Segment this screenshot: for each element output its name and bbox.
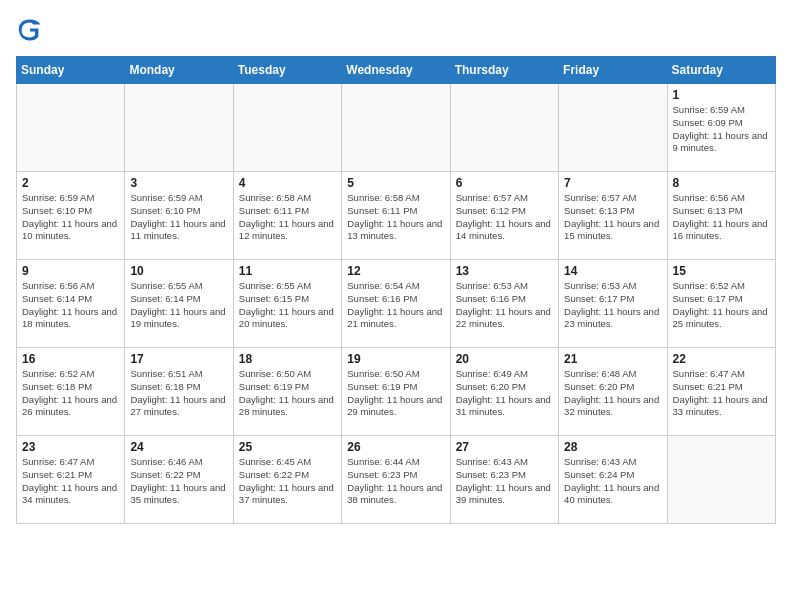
day-info: Sunrise: 6:53 AM Sunset: 6:16 PM Dayligh… [456, 280, 553, 331]
calendar-cell: 12Sunrise: 6:54 AM Sunset: 6:16 PM Dayli… [342, 260, 450, 348]
week-row-5: 23Sunrise: 6:47 AM Sunset: 6:21 PM Dayli… [17, 436, 776, 524]
day-number: 17 [130, 352, 227, 366]
day-number: 25 [239, 440, 336, 454]
calendar-cell: 11Sunrise: 6:55 AM Sunset: 6:15 PM Dayli… [233, 260, 341, 348]
calendar-cell [450, 84, 558, 172]
calendar-cell: 1Sunrise: 6:59 AM Sunset: 6:09 PM Daylig… [667, 84, 775, 172]
day-number: 6 [456, 176, 553, 190]
day-number: 14 [564, 264, 661, 278]
calendar-cell: 20Sunrise: 6:49 AM Sunset: 6:20 PM Dayli… [450, 348, 558, 436]
day-number: 4 [239, 176, 336, 190]
calendar-cell: 14Sunrise: 6:53 AM Sunset: 6:17 PM Dayli… [559, 260, 667, 348]
calendar-cell: 24Sunrise: 6:46 AM Sunset: 6:22 PM Dayli… [125, 436, 233, 524]
calendar-cell: 6Sunrise: 6:57 AM Sunset: 6:12 PM Daylig… [450, 172, 558, 260]
header-day-thursday: Thursday [450, 57, 558, 84]
day-number: 23 [22, 440, 119, 454]
day-number: 10 [130, 264, 227, 278]
logo-icon [16, 16, 44, 44]
calendar-cell: 13Sunrise: 6:53 AM Sunset: 6:16 PM Dayli… [450, 260, 558, 348]
day-info: Sunrise: 6:54 AM Sunset: 6:16 PM Dayligh… [347, 280, 444, 331]
calendar-cell: 19Sunrise: 6:50 AM Sunset: 6:19 PM Dayli… [342, 348, 450, 436]
logo [16, 16, 48, 44]
calendar-cell: 21Sunrise: 6:48 AM Sunset: 6:20 PM Dayli… [559, 348, 667, 436]
day-info: Sunrise: 6:46 AM Sunset: 6:22 PM Dayligh… [130, 456, 227, 507]
calendar-cell: 28Sunrise: 6:43 AM Sunset: 6:24 PM Dayli… [559, 436, 667, 524]
day-info: Sunrise: 6:52 AM Sunset: 6:18 PM Dayligh… [22, 368, 119, 419]
day-info: Sunrise: 6:59 AM Sunset: 6:09 PM Dayligh… [673, 104, 770, 155]
day-info: Sunrise: 6:50 AM Sunset: 6:19 PM Dayligh… [239, 368, 336, 419]
day-info: Sunrise: 6:45 AM Sunset: 6:22 PM Dayligh… [239, 456, 336, 507]
day-info: Sunrise: 6:48 AM Sunset: 6:20 PM Dayligh… [564, 368, 661, 419]
calendar-header-row: SundayMondayTuesdayWednesdayThursdayFrid… [17, 57, 776, 84]
day-number: 28 [564, 440, 661, 454]
calendar-cell [17, 84, 125, 172]
calendar-cell: 26Sunrise: 6:44 AM Sunset: 6:23 PM Dayli… [342, 436, 450, 524]
calendar-cell: 10Sunrise: 6:55 AM Sunset: 6:14 PM Dayli… [125, 260, 233, 348]
day-number: 27 [456, 440, 553, 454]
calendar-cell: 18Sunrise: 6:50 AM Sunset: 6:19 PM Dayli… [233, 348, 341, 436]
page-header [16, 16, 776, 44]
day-number: 15 [673, 264, 770, 278]
calendar-cell: 5Sunrise: 6:58 AM Sunset: 6:11 PM Daylig… [342, 172, 450, 260]
day-number: 1 [673, 88, 770, 102]
day-number: 2 [22, 176, 119, 190]
header-day-monday: Monday [125, 57, 233, 84]
day-number: 16 [22, 352, 119, 366]
day-number: 21 [564, 352, 661, 366]
calendar-cell: 8Sunrise: 6:56 AM Sunset: 6:13 PM Daylig… [667, 172, 775, 260]
day-number: 11 [239, 264, 336, 278]
day-number: 19 [347, 352, 444, 366]
header-day-friday: Friday [559, 57, 667, 84]
calendar-cell: 15Sunrise: 6:52 AM Sunset: 6:17 PM Dayli… [667, 260, 775, 348]
week-row-4: 16Sunrise: 6:52 AM Sunset: 6:18 PM Dayli… [17, 348, 776, 436]
day-info: Sunrise: 6:58 AM Sunset: 6:11 PM Dayligh… [347, 192, 444, 243]
day-info: Sunrise: 6:53 AM Sunset: 6:17 PM Dayligh… [564, 280, 661, 331]
day-number: 13 [456, 264, 553, 278]
day-info: Sunrise: 6:47 AM Sunset: 6:21 PM Dayligh… [22, 456, 119, 507]
day-info: Sunrise: 6:59 AM Sunset: 6:10 PM Dayligh… [22, 192, 119, 243]
day-number: 12 [347, 264, 444, 278]
day-info: Sunrise: 6:55 AM Sunset: 6:14 PM Dayligh… [130, 280, 227, 331]
day-number: 7 [564, 176, 661, 190]
week-row-1: 1Sunrise: 6:59 AM Sunset: 6:09 PM Daylig… [17, 84, 776, 172]
day-number: 20 [456, 352, 553, 366]
calendar-cell: 3Sunrise: 6:59 AM Sunset: 6:10 PM Daylig… [125, 172, 233, 260]
calendar-cell [342, 84, 450, 172]
calendar-table: SundayMondayTuesdayWednesdayThursdayFrid… [16, 56, 776, 524]
calendar-cell [667, 436, 775, 524]
day-info: Sunrise: 6:44 AM Sunset: 6:23 PM Dayligh… [347, 456, 444, 507]
calendar-cell: 23Sunrise: 6:47 AM Sunset: 6:21 PM Dayli… [17, 436, 125, 524]
day-number: 24 [130, 440, 227, 454]
header-day-saturday: Saturday [667, 57, 775, 84]
calendar-cell: 17Sunrise: 6:51 AM Sunset: 6:18 PM Dayli… [125, 348, 233, 436]
day-info: Sunrise: 6:50 AM Sunset: 6:19 PM Dayligh… [347, 368, 444, 419]
day-info: Sunrise: 6:43 AM Sunset: 6:24 PM Dayligh… [564, 456, 661, 507]
day-info: Sunrise: 6:57 AM Sunset: 6:13 PM Dayligh… [564, 192, 661, 243]
calendar-cell: 16Sunrise: 6:52 AM Sunset: 6:18 PM Dayli… [17, 348, 125, 436]
day-info: Sunrise: 6:55 AM Sunset: 6:15 PM Dayligh… [239, 280, 336, 331]
day-info: Sunrise: 6:56 AM Sunset: 6:14 PM Dayligh… [22, 280, 119, 331]
week-row-3: 9Sunrise: 6:56 AM Sunset: 6:14 PM Daylig… [17, 260, 776, 348]
day-number: 9 [22, 264, 119, 278]
day-number: 18 [239, 352, 336, 366]
day-info: Sunrise: 6:52 AM Sunset: 6:17 PM Dayligh… [673, 280, 770, 331]
calendar-cell: 4Sunrise: 6:58 AM Sunset: 6:11 PM Daylig… [233, 172, 341, 260]
day-info: Sunrise: 6:56 AM Sunset: 6:13 PM Dayligh… [673, 192, 770, 243]
day-number: 5 [347, 176, 444, 190]
day-info: Sunrise: 6:58 AM Sunset: 6:11 PM Dayligh… [239, 192, 336, 243]
week-row-2: 2Sunrise: 6:59 AM Sunset: 6:10 PM Daylig… [17, 172, 776, 260]
calendar-cell: 9Sunrise: 6:56 AM Sunset: 6:14 PM Daylig… [17, 260, 125, 348]
day-number: 22 [673, 352, 770, 366]
calendar-cell: 25Sunrise: 6:45 AM Sunset: 6:22 PM Dayli… [233, 436, 341, 524]
day-info: Sunrise: 6:49 AM Sunset: 6:20 PM Dayligh… [456, 368, 553, 419]
header-day-wednesday: Wednesday [342, 57, 450, 84]
calendar-cell: 7Sunrise: 6:57 AM Sunset: 6:13 PM Daylig… [559, 172, 667, 260]
calendar-cell: 2Sunrise: 6:59 AM Sunset: 6:10 PM Daylig… [17, 172, 125, 260]
day-number: 26 [347, 440, 444, 454]
header-day-tuesday: Tuesday [233, 57, 341, 84]
day-info: Sunrise: 6:51 AM Sunset: 6:18 PM Dayligh… [130, 368, 227, 419]
calendar-cell: 22Sunrise: 6:47 AM Sunset: 6:21 PM Dayli… [667, 348, 775, 436]
calendar-cell [559, 84, 667, 172]
calendar-cell [233, 84, 341, 172]
day-number: 3 [130, 176, 227, 190]
